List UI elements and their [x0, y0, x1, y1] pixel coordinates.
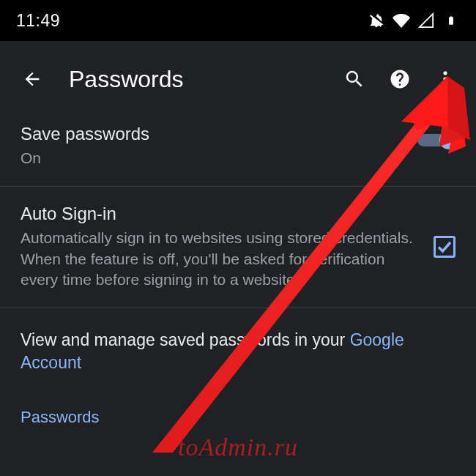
help-icon [389, 68, 411, 90]
save-passwords-row[interactable]: Save passwords On [0, 107, 476, 187]
svg-point-0 [443, 71, 447, 75]
page-title: Passwords [69, 66, 324, 93]
search-button[interactable] [340, 64, 369, 94]
help-button[interactable] [385, 64, 414, 94]
manage-prefix: View and manage saved passwords in your [21, 330, 350, 349]
more-vert-icon [435, 69, 455, 89]
save-passwords-label: Save passwords [21, 123, 406, 145]
notifications-off-icon [368, 12, 385, 29]
app-bar: Passwords [0, 51, 476, 107]
status-right [368, 12, 460, 29]
auto-signin-label: Auto Sign-in [21, 203, 422, 225]
overflow-menu-button[interactable] [431, 64, 460, 94]
manage-passwords-text: View and manage saved passwords in your … [21, 330, 404, 372]
wifi-icon [393, 12, 410, 29]
svg-point-1 [443, 77, 447, 81]
back-button[interactable] [22, 69, 42, 89]
auto-signin-checkbox[interactable] [434, 236, 455, 258]
battery-icon [442, 12, 460, 29]
cellular-icon [417, 12, 435, 29]
page-content: Passwords Save passwords On Auto Sign-in… [0, 41, 476, 476]
status-bar: 11:49 [0, 0, 476, 41]
check-icon [436, 238, 453, 256]
save-passwords-status: On [21, 148, 406, 168]
passwords-section-header: Passwords [0, 393, 476, 434]
svg-point-2 [443, 83, 447, 87]
manage-passwords-row[interactable]: View and manage saved passwords in your … [0, 308, 476, 393]
auto-signin-row[interactable]: Auto Sign-in Automatically sign in to we… [0, 187, 476, 308]
save-passwords-toggle[interactable] [417, 128, 455, 150]
search-icon [343, 68, 365, 90]
auto-signin-desc: Automatically sign in to websites using … [21, 228, 422, 290]
clock: 11:49 [16, 11, 60, 31]
